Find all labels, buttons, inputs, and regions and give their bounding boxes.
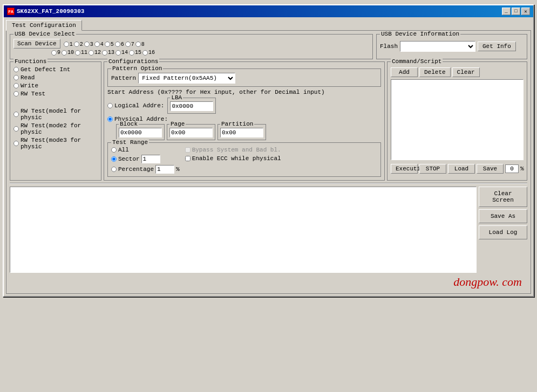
bypass-label[interactable]: Bypass System and Bad bl. (185, 147, 281, 153)
range-percentage-text: Percentage (118, 166, 154, 173)
body-row: Functions Get Defect Int Read Write (10, 61, 527, 181)
range-sector-radio[interactable] (111, 156, 117, 162)
partition-box: Partition (217, 124, 266, 140)
stop-button[interactable]: STOP (419, 164, 446, 174)
scan-device-button[interactable]: Scan Device (13, 39, 60, 49)
partition-legend: Partition (220, 121, 254, 127)
test-range-radios: All Sector Percentage (111, 147, 180, 174)
page-input[interactable] (169, 128, 213, 137)
partition-input[interactable] (220, 128, 263, 137)
ecc-label[interactable]: Enable ECC while physical (185, 155, 281, 162)
func-write-label: Write (21, 82, 38, 89)
usb-device-select-label: USB Device Select (13, 31, 76, 37)
pattern-option-label: Pattern Option (111, 65, 163, 72)
radio-15[interactable]: 15 (129, 50, 141, 56)
start-address-desc: Start Address (0x???? for Hex input, oth… (107, 89, 325, 95)
physical-fields-row: Block Page Partition (116, 124, 381, 140)
clear-button[interactable]: Clear (452, 67, 480, 77)
command-textarea[interactable] (391, 79, 524, 160)
add-button[interactable]: Add (391, 67, 418, 77)
func-rw-model[interactable]: RW Test(model for physic (13, 108, 98, 121)
command-script-panel: Command/Script Add Delete Clear Executio… (387, 61, 527, 181)
top-row: USB Device Select Scan Device 1 2 3 4 5 … (10, 34, 527, 59)
lba-box: LBA (167, 98, 216, 114)
radio-11[interactable]: 11 (75, 50, 87, 56)
radio-14[interactable]: 14 (115, 50, 128, 56)
page-legend: Page (169, 121, 186, 127)
pattern-select[interactable]: Fixed Pattern(0x5AA5)Random PatternIncre… (138, 73, 235, 84)
load-log-button[interactable]: Load Log (479, 225, 527, 239)
radio-9[interactable]: 9 (51, 50, 60, 56)
logical-radio[interactable] (107, 103, 113, 108)
test-range-checkboxes: Bypass System and Bad bl. Enable ECC whi… (185, 147, 281, 174)
usb-device-info-panel: USB Device Information Flash Get Info (376, 34, 527, 59)
func-write[interactable]: Write (13, 82, 98, 89)
clear-screen-button[interactable]: Clear Screen (479, 187, 527, 207)
func-rw-mode3[interactable]: RW Test(mode3 for physic (13, 137, 98, 150)
radio-2[interactable]: 2 (74, 42, 83, 47)
configurations-label: Configurations (107, 58, 159, 65)
func-read[interactable]: Read (13, 74, 98, 81)
block-box: Block (116, 124, 165, 140)
minimize-button[interactable]: _ (502, 8, 511, 15)
func-read-label: Read (21, 74, 35, 81)
lba-legend: LBA (170, 94, 183, 101)
func-rw-test[interactable]: RW Test (13, 91, 98, 97)
save-button[interactable]: Save (477, 164, 504, 174)
range-all-label[interactable]: All (111, 147, 180, 153)
sector-value-input[interactable] (141, 155, 160, 163)
usb-device-select-panel: USB Device Select Scan Device 1 2 3 4 5 … (10, 34, 373, 59)
block-input[interactable] (119, 128, 162, 137)
title-bar: FA SK62XX_FAT_20090303 _ □ ✕ (4, 5, 533, 17)
execution-row: Execution STOP Load Save 0 % (391, 164, 524, 174)
flash-select[interactable] (400, 41, 475, 52)
range-sector-label[interactable]: Sector (111, 155, 180, 163)
bottom-area: Clear Screen Save As Load Log (10, 187, 527, 273)
lba-input[interactable] (170, 101, 213, 111)
range-percentage-label[interactable]: Percentage % (111, 165, 180, 174)
func-rw-mode2[interactable]: RW Test(mode2 for physic (13, 122, 98, 135)
window-title: SK62XX_FAT_20090303 (17, 8, 84, 15)
radio-12[interactable]: 12 (89, 50, 101, 56)
logical-addr-label: Logical Addre: (114, 102, 164, 109)
radio-6[interactable]: 6 (115, 42, 124, 47)
radio-5[interactable]: 5 (105, 42, 114, 47)
functions-panel: Functions Get Defect Int Read Write (10, 61, 101, 181)
radio-16[interactable]: 16 (142, 50, 155, 56)
close-button[interactable]: ✕ (521, 8, 530, 15)
range-all-radio[interactable] (111, 147, 117, 153)
radio-7[interactable]: 7 (125, 42, 134, 47)
pattern-row: Pattern Fixed Pattern(0x5AA5)Random Patt… (111, 73, 377, 84)
func-get-defect[interactable]: Get Defect Int (13, 66, 98, 73)
watermark: dongpow. com (10, 273, 527, 290)
radio-1[interactable]: 1 (64, 42, 73, 47)
watermark-text: dongpow. com (453, 275, 522, 288)
maximize-button[interactable]: □ (512, 8, 520, 15)
radio-10[interactable]: 10 (62, 50, 74, 56)
load-button[interactable]: Load (448, 164, 475, 174)
range-sector-text: Sector (118, 156, 140, 162)
logical-radio-label[interactable]: Logical Addre: (107, 102, 164, 109)
test-range-label: Test Range (111, 139, 149, 146)
percent-sign: % (176, 166, 180, 173)
log-area[interactable] (10, 187, 477, 273)
radio-13[interactable]: 13 (102, 50, 114, 56)
window-body: Test Configuration USB Device Select Sca… (4, 17, 533, 296)
bypass-checkbox[interactable] (185, 147, 191, 153)
physical-radio[interactable] (107, 116, 113, 122)
radio-8[interactable]: 8 (135, 42, 145, 47)
delete-button[interactable]: Delete (419, 67, 451, 77)
app-icon: FA (7, 8, 15, 15)
title-bar-buttons: _ □ ✕ (502, 8, 530, 15)
save-as-button[interactable]: Save As (479, 209, 527, 223)
get-info-button[interactable]: Get Info (478, 42, 516, 51)
range-percentage-radio[interactable] (111, 167, 117, 172)
radio-3[interactable]: 3 (84, 42, 93, 47)
ecc-checkbox[interactable] (185, 156, 191, 161)
block-legend: Block (119, 121, 139, 127)
tab-test-configuration[interactable]: Test Configuration (6, 20, 82, 31)
test-range-content: All Sector Percentage (111, 147, 377, 174)
percentage-value-input[interactable] (155, 165, 174, 174)
radio-4[interactable]: 4 (94, 42, 104, 47)
execution-button[interactable]: Execution (391, 164, 418, 174)
